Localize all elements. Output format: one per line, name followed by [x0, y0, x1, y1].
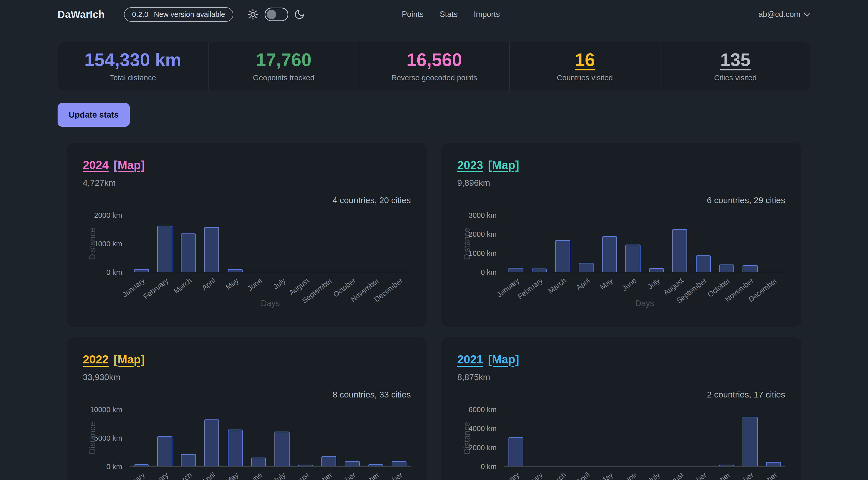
- x-axis-label-march: March: [172, 471, 193, 480]
- bar-january: [508, 437, 523, 466]
- theme-toggle[interactable]: [265, 7, 288, 21]
- year-card-2021: 2021[Map]8,875km2 countries, 17 citiesDi…: [441, 337, 801, 480]
- bar-slot-december: [762, 410, 785, 466]
- sun-icon: [247, 8, 259, 21]
- toggle-knob: [267, 9, 276, 19]
- bar-february: [157, 226, 172, 272]
- bar-slot-june: [247, 215, 270, 272]
- bar-slot-april: [575, 410, 598, 466]
- bar-slot-march: [177, 215, 200, 272]
- x-axis-labels: JanuaryFebruaryMarchAprilMayJuneJulyAugu…: [504, 471, 785, 480]
- bar-slot-august: [668, 215, 691, 272]
- map-link-2022[interactable]: [Map]: [114, 353, 145, 366]
- theme-switcher: [247, 7, 305, 21]
- plot-area: [504, 215, 785, 272]
- x-axis-label-june: June: [246, 471, 264, 480]
- bar-slot-november: [364, 410, 388, 466]
- stat-label: Total distance: [110, 73, 156, 82]
- year-distance: 4,727km: [83, 178, 411, 188]
- new-version-label: New version available: [154, 10, 225, 19]
- y-axis-tick: 3000 km: [457, 212, 497, 219]
- y-axis-tick: 1000 km: [83, 240, 122, 248]
- bar-slot-february: [528, 410, 551, 466]
- x-axis-label-january: January: [121, 471, 147, 480]
- bar-slot-august: [293, 410, 317, 466]
- x-axis-label-february: February: [516, 276, 545, 301]
- year-distance: 33,930km: [83, 372, 411, 382]
- year-link-2023[interactable]: 2023: [457, 159, 483, 171]
- card-title: 2023[Map]: [457, 159, 785, 172]
- x-axis-label-may: May: [599, 276, 615, 291]
- year-link-2024[interactable]: 2024: [83, 159, 108, 171]
- x-axis-label-march: March: [547, 276, 568, 295]
- bar-slot-october: [715, 215, 739, 272]
- main-nav: PointsStatsImports: [402, 10, 500, 19]
- y-axis-tick: 0 km: [457, 463, 497, 471]
- plot-area: [130, 215, 411, 272]
- bar-october: [719, 264, 734, 272]
- bar-october: [345, 461, 360, 466]
- bar-slot-april: [200, 410, 223, 466]
- plot-area: [504, 410, 785, 467]
- bar-slot-march: [551, 410, 575, 466]
- x-axis-label-april: April: [575, 471, 591, 480]
- stat-value[interactable]: 16: [575, 51, 595, 69]
- bar-slot-october: [341, 410, 364, 466]
- year-distance: 8,875km: [457, 372, 785, 382]
- bar-slot-august: [293, 215, 317, 272]
- distance-bar-chart-2023: Distance0 km1000 km2000 km3000 kmJanuary…: [457, 215, 785, 311]
- bar-january: [508, 268, 523, 272]
- bar-september: [321, 456, 336, 466]
- user-menu[interactable]: ab@cd.com: [758, 10, 810, 19]
- bar-slot-july: [270, 410, 294, 466]
- x-axis-label-august: August: [287, 471, 310, 480]
- x-axis-label-may: May: [599, 471, 615, 480]
- x-axis-label-january: January: [495, 471, 521, 480]
- y-axis-tick: 2000 km: [83, 212, 122, 219]
- y-axis-tick: 5000 km: [83, 434, 122, 442]
- map-link-2023[interactable]: [Map]: [488, 159, 519, 171]
- bar-slot-may: [598, 215, 621, 272]
- countries-cities-summary: 6 countries, 29 cities: [457, 195, 785, 205]
- year-link-2022[interactable]: 2022: [83, 353, 108, 366]
- nav-link-points[interactable]: Points: [402, 10, 424, 19]
- plot-area: [130, 410, 411, 467]
- stat-countries-visited: 16Countries visited: [509, 42, 660, 90]
- stat-label: Cities visited: [714, 73, 757, 82]
- y-axis-tick: 4000 km: [457, 425, 497, 432]
- bar-slot-june: [621, 215, 645, 272]
- countries-cities-summary: 8 countries, 33 cities: [83, 390, 411, 399]
- distance-bar-chart-2024: Distance0 km1000 km2000 kmJanuaryFebruar…: [83, 215, 411, 311]
- y-axis-tick: 1000 km: [457, 250, 497, 257]
- stat-reverse-geocoded-points: 16,560Reverse geocoded points: [359, 42, 509, 90]
- update-stats-button[interactable]: Update stats: [58, 103, 130, 127]
- stat-total-distance: 154,330 kmTotal distance: [58, 42, 208, 90]
- y-axis-tick: 2000 km: [457, 230, 497, 238]
- x-axis-label-july: July: [646, 471, 661, 480]
- distance-bar-chart-2022: Distance0 km5000 km10000 kmJanuaryFebrua…: [83, 410, 411, 480]
- map-link-2024[interactable]: [Map]: [114, 159, 145, 171]
- bar-may: [228, 429, 243, 466]
- x-axis-label-june: June: [621, 471, 638, 480]
- bar-march: [181, 233, 196, 272]
- nav-link-imports[interactable]: Imports: [474, 10, 500, 19]
- x-axis-label-march: March: [547, 471, 568, 480]
- card-title: 2024[Map]: [83, 159, 411, 172]
- stat-value[interactable]: 135: [720, 51, 751, 69]
- nav-link-stats[interactable]: Stats: [440, 10, 458, 19]
- year-link-2021[interactable]: 2021: [457, 353, 483, 366]
- bar-slot-december: [762, 215, 785, 272]
- map-link-2021[interactable]: [Map]: [488, 353, 519, 366]
- bar-november: [743, 265, 757, 272]
- version-badge[interactable]: 0.2.0 New version available: [124, 7, 233, 22]
- bar-slot-september: [317, 410, 341, 466]
- bar-march: [555, 240, 570, 272]
- bar-slot-june: [621, 410, 645, 466]
- chevron-down-icon: [804, 10, 810, 19]
- bar-slot-october: [341, 215, 364, 272]
- bar-april: [579, 263, 594, 272]
- x-axis-label-october: October: [332, 471, 358, 480]
- bar-november: [368, 465, 383, 466]
- bar-july: [649, 268, 664, 272]
- x-axis-label-october: October: [706, 471, 732, 480]
